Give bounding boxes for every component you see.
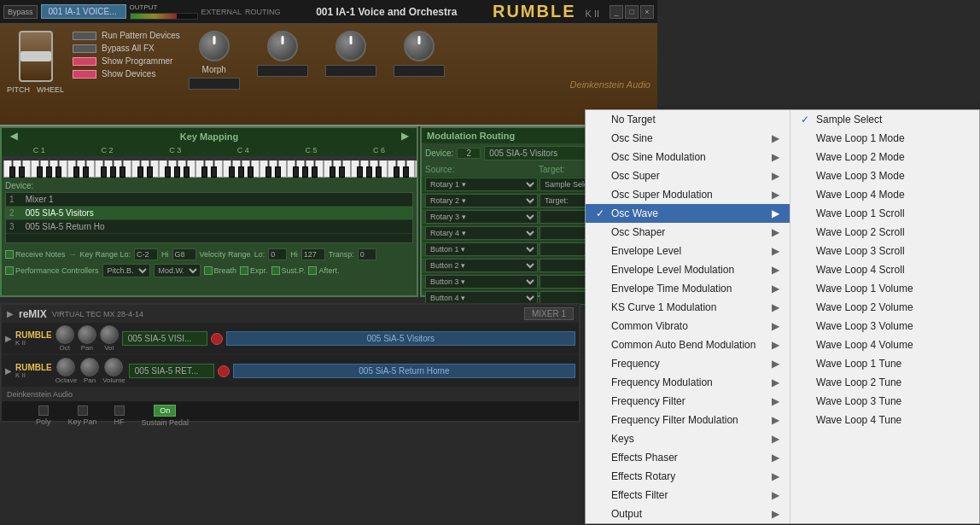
menu-item-effects-phaser[interactable]: Effects Phaser ▶	[586, 448, 790, 467]
sub-menu-item-wave-loop-4-volume[interactable]: Wave Loop 4 Volume	[790, 335, 978, 354]
track-1-pan-knob[interactable]	[78, 325, 96, 344]
on-button[interactable]: On	[154, 405, 176, 417]
knob-4[interactable]	[404, 31, 435, 61]
track-2-pan-knob[interactable]	[80, 358, 99, 376]
perf-check[interactable]	[5, 266, 14, 275]
menu-item-osc-wave[interactable]: ✓ Osc Wave ▶	[586, 204, 790, 223]
key-mapping-nav-right[interactable]: ▶	[398, 131, 411, 142]
menu-item-output[interactable]: Output ▶	[586, 505, 790, 523]
mixer-expand-btn[interactable]: ▶	[7, 309, 14, 318]
pitch-bend-select[interactable]: Pitch.B.	[102, 264, 150, 277]
pitch-wheel[interactable]	[19, 31, 53, 82]
sub-menu-item-wave-loop-3-mode[interactable]: Wave Loop 3 Mode	[790, 166, 978, 185]
sub-menu-item-sample-select[interactable]: ✓ Sample Select	[790, 110, 978, 129]
show-programmer-btn[interactable]	[73, 57, 96, 66]
menu-item-osc-shaper[interactable]: Osc Shaper ▶	[586, 223, 790, 242]
menu-item-ks-curve[interactable]: KS Curve 1 Modulation ▶	[586, 298, 790, 317]
knob-3-input[interactable]	[325, 65, 376, 77]
transp-input[interactable]	[358, 248, 376, 260]
show-devices-btn[interactable]	[73, 70, 96, 79]
menu-item-osc-super[interactable]: Osc Super ▶	[586, 166, 790, 185]
sub-menu-item-wave-loop-4-mode[interactable]: Wave Loop 4 Mode	[790, 185, 978, 204]
perf-controllers-checkbox[interactable]: Performance Controllers	[5, 266, 99, 275]
sub-menu-item-wave-loop-3-tune[interactable]: Wave Loop 3 Tune	[790, 392, 978, 411]
knob-2[interactable]	[267, 31, 298, 61]
menu-item-osc-sine[interactable]: Osc Sine ▶	[586, 129, 790, 148]
sub-menu-item-wave-loop-4-tune[interactable]: Wave Loop 4 Tune	[790, 411, 978, 429]
mod-source-6[interactable]: Button 2 ▾	[425, 259, 538, 272]
menu-item-freq-filter[interactable]: Frequency Filter ▶	[586, 392, 790, 411]
sub-menu-item-wave-loop-2-mode[interactable]: Wave Loop 2 Mode	[790, 148, 978, 166]
sub-menu-item-wave-loop-2-volume[interactable]: Wave Loop 2 Volume	[790, 298, 978, 317]
sub-menu-item-wave-loop-2-tune[interactable]: Wave Loop 2 Tune	[790, 373, 978, 392]
menu-item-common-vibrato[interactable]: Common Vibrato ▶	[586, 317, 790, 335]
menu-item-no-target[interactable]: No Target	[586, 110, 790, 129]
receive-notes-checkbox[interactable]: Receive Notes	[5, 250, 66, 259]
device-list-item-2[interactable]: 2 005 SIA-5 Visitors	[6, 207, 412, 220]
mod-source-2[interactable]: Rotary 2 ▾	[425, 194, 538, 207]
hf-checkbox[interactable]	[114, 405, 125, 416]
knob-1[interactable]	[199, 31, 230, 61]
menu-item-common-auto-bend[interactable]: Common Auto Bend Modulation ▶	[586, 335, 790, 354]
aftert-checkbox[interactable]: Aftert.	[308, 266, 339, 275]
track-1-expand[interactable]: ▶	[5, 334, 12, 343]
mod-device-num[interactable]	[457, 148, 481, 159]
key-range-lo-input[interactable]	[134, 248, 158, 260]
sub-menu-item-wave-loop-3-volume[interactable]: Wave Loop 3 Volume	[790, 317, 978, 335]
menu-item-keys[interactable]: Keys ▶	[586, 429, 790, 448]
piano-keys[interactable]: // Will be rendered via inline generatio…	[2, 156, 417, 178]
knob-2-input[interactable]	[257, 65, 308, 77]
breath-checkbox[interactable]: Breath	[204, 266, 237, 275]
sub-menu-item-wave-loop-1-mode[interactable]: Wave Loop 1 Mode	[790, 129, 978, 148]
mod-source-7[interactable]: Button 3 ▾	[425, 275, 538, 289]
knob-4-input[interactable]	[394, 65, 445, 77]
menu-item-env-level-mod[interactable]: Envelope Level Modulation ▶	[586, 260, 790, 279]
window-control-3[interactable]: ×	[640, 5, 654, 19]
sub-menu-item-wave-loop-1-tune[interactable]: Wave Loop 1 Tune	[790, 354, 978, 373]
key-pan-checkbox[interactable]	[78, 405, 88, 416]
track-1-vol-knob[interactable]	[100, 325, 119, 344]
run-pattern-btn[interactable]	[73, 32, 96, 40]
mod-source-1[interactable]: Rotary 1 ▾	[425, 178, 538, 191]
knob-3[interactable]	[335, 31, 366, 61]
receive-notes-check[interactable]	[5, 250, 14, 259]
mod-source-5[interactable]: Button 1 ▾	[425, 242, 538, 256]
poly-checkbox[interactable]	[38, 405, 49, 416]
track-2-name[interactable]: 005 SIA-5 RET...	[129, 364, 214, 378]
sust-check[interactable]	[271, 266, 280, 275]
track-1-record[interactable]	[211, 333, 223, 345]
sub-menu-item-wave-loop-2-scroll[interactable]: Wave Loop 2 Scroll	[790, 223, 978, 242]
sub-menu-item-wave-loop-1-volume[interactable]: Wave Loop 1 Volume	[790, 279, 978, 298]
mod-source-3[interactable]: Rotary 3 ▾	[425, 210, 538, 224]
sub-menu-item-wave-loop-1-scroll[interactable]: Wave Loop 1 Scroll	[790, 204, 978, 223]
aftert-check[interactable]	[308, 266, 317, 275]
menu-item-frequency[interactable]: Frequency ▶	[586, 354, 790, 373]
sub-menu-item-wave-loop-4-scroll[interactable]: Wave Loop 4 Scroll	[790, 260, 978, 279]
breath-check[interactable]	[204, 266, 213, 275]
knob-1-input[interactable]	[189, 78, 240, 90]
track-id-label[interactable]: 001 IA-1 VOICE...	[41, 4, 126, 19]
track-2-oct-knob[interactable]	[56, 358, 75, 376]
menu-item-env-time-mod[interactable]: Envelope Time Modulation ▶	[586, 279, 790, 298]
device-list-item-1[interactable]: 1 Mixer 1	[6, 193, 412, 207]
menu-item-freq-mod[interactable]: Frequency Modulation ▶	[586, 373, 790, 392]
vel-lo-input[interactable]	[268, 248, 287, 260]
expr-check[interactable]	[240, 266, 248, 275]
track-1-oct-knob[interactable]	[55, 325, 74, 344]
track-1-name[interactable]: 005 SIA-5 VISI...	[122, 331, 207, 346]
menu-item-freq-filter-mod[interactable]: Frequency Filter Modulation ▶	[586, 411, 790, 429]
track-2-record[interactable]	[218, 365, 230, 377]
device-list-item-3[interactable]: 3 005 SIA-5 Return Ho	[6, 220, 412, 234]
menu-item-env-level[interactable]: Envelope Level ▶	[586, 242, 790, 260]
hi-input[interactable]	[172, 248, 196, 260]
track-2-expand[interactable]: ▶	[5, 366, 12, 376]
sust-checkbox[interactable]: Sust.P.	[271, 266, 306, 275]
mod-wheel-select[interactable]: Mod.W.	[154, 264, 201, 277]
vel-hi-input[interactable]	[301, 248, 325, 260]
menu-item-osc-sine-mod[interactable]: Osc Sine Modulation ▶	[586, 148, 790, 166]
track-2-vol-knob[interactable]	[104, 358, 123, 376]
menu-item-effects-rotary[interactable]: Effects Rotary ▶	[586, 467, 790, 486]
bypass-fx-btn[interactable]	[73, 44, 96, 53]
menu-item-osc-super-mod[interactable]: Osc Super Modulation ▶	[586, 185, 790, 204]
key-mapping-nav-left[interactable]: ◀	[7, 131, 20, 142]
